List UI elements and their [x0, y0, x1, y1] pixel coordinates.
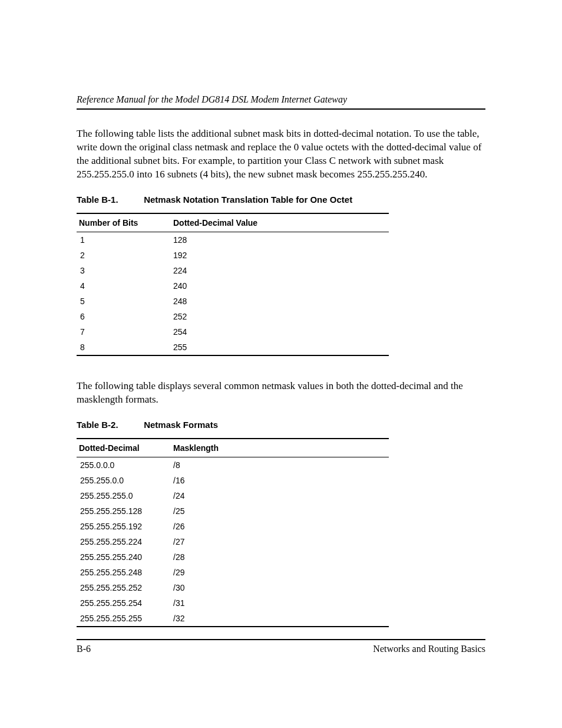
- table-row: 255.0.0.0/8: [77, 457, 389, 473]
- table-cell: /24: [171, 488, 389, 503]
- table-cell: 255.255.255.252: [77, 580, 171, 595]
- table-cell: 255.255.255.192: [77, 519, 171, 534]
- table-cell: 255.255.255.0: [77, 488, 171, 503]
- table-row: 255.255.255.240/28: [77, 549, 389, 565]
- table-cell: 128: [171, 232, 389, 248]
- table-b2-caption-title: Netmask Formats: [144, 420, 218, 430]
- table-b2-caption: Table B-2. Netmask Formats: [77, 420, 485, 430]
- table-cell: 255.255.0.0: [77, 473, 171, 488]
- table-cell: 255.255.255.254: [77, 595, 171, 611]
- table-cell: 255: [171, 340, 389, 355]
- table-cell: /16: [171, 473, 389, 488]
- table-cell: 8: [77, 340, 171, 355]
- table-header-cell: Dotted-Decimal: [77, 439, 171, 457]
- table-cell: 3: [77, 263, 171, 278]
- table-cell: /8: [171, 457, 389, 473]
- table-cell: 255.255.255.248: [77, 565, 171, 580]
- table-b1-caption-label: Table B-1.: [77, 195, 141, 205]
- table-b1-caption-title: Netmask Notation Translation Table for O…: [144, 195, 352, 205]
- section-name: Networks and Routing Basics: [373, 644, 485, 654]
- table-row: 255.255.255.0/24: [77, 488, 389, 503]
- table-row: 1128: [77, 232, 389, 248]
- table-header-cell: Masklength: [171, 439, 389, 457]
- table-cell: 255.255.255.240: [77, 549, 171, 565]
- intro-paragraph-2: The following table displays several com…: [77, 380, 485, 407]
- table-row: 255.255.255.192/26: [77, 519, 389, 534]
- table-b2: Dotted-Decimal Masklength 255.0.0.0/8255…: [77, 438, 389, 627]
- table-row: 2192: [77, 248, 389, 263]
- table-cell: 192: [171, 248, 389, 263]
- table-row: 6252: [77, 309, 389, 324]
- table-cell: 5: [77, 294, 171, 309]
- table-cell: 6: [77, 309, 171, 324]
- table-cell: /27: [171, 534, 389, 549]
- table-row: 3224: [77, 263, 389, 278]
- table-cell: 1: [77, 232, 171, 248]
- table-row: Number of Bits Dotted-Decimal Value: [77, 213, 389, 232]
- table-cell: 224: [171, 263, 389, 278]
- table-cell: 240: [171, 278, 389, 294]
- table-cell: /32: [171, 611, 389, 627]
- table-row: 255.255.255.255/32: [77, 611, 389, 627]
- table-row: 8255: [77, 340, 389, 355]
- table-cell: /26: [171, 519, 389, 534]
- table-row: 255.255.255.252/30: [77, 580, 389, 595]
- table-b1-caption: Table B-1. Netmask Notation Translation …: [77, 195, 485, 205]
- table-row: 255.255.255.248/29: [77, 565, 389, 580]
- table-cell: 255.255.255.224: [77, 534, 171, 549]
- page-number: B-6: [77, 644, 91, 654]
- table-cell: /28: [171, 549, 389, 565]
- table-b2-caption-label: Table B-2.: [77, 420, 141, 430]
- table-row: 255.255.255.128/25: [77, 503, 389, 519]
- table-row: 255.255.255.224/27: [77, 534, 389, 549]
- table-row: 7254: [77, 324, 389, 340]
- table-header-cell: Dotted-Decimal Value: [171, 213, 389, 232]
- table-row: Dotted-Decimal Masklength: [77, 439, 389, 457]
- table-b1: Number of Bits Dotted-Decimal Value 1128…: [77, 213, 389, 356]
- doc-header-title: Reference Manual for the Model DG814 DSL…: [77, 94, 485, 110]
- table-header-cell: Number of Bits: [77, 213, 171, 232]
- table-cell: /31: [171, 595, 389, 611]
- table-cell: 255.255.255.255: [77, 611, 171, 627]
- table-cell: 7: [77, 324, 171, 340]
- intro-paragraph-1: The following table lists the additional…: [77, 127, 485, 182]
- page-footer: B-6 Networks and Routing Basics: [77, 639, 485, 654]
- table-cell: 4: [77, 278, 171, 294]
- table-row: 255.255.255.254/31: [77, 595, 389, 611]
- table-cell: 252: [171, 309, 389, 324]
- table-cell: 255.255.255.128: [77, 503, 171, 519]
- table-row: 4240: [77, 278, 389, 294]
- table-cell: 255.0.0.0: [77, 457, 171, 473]
- table-row: 255.255.0.0/16: [77, 473, 389, 488]
- table-cell: /25: [171, 503, 389, 519]
- table-cell: 248: [171, 294, 389, 309]
- table-cell: /29: [171, 565, 389, 580]
- table-cell: 254: [171, 324, 389, 340]
- table-cell: 2: [77, 248, 171, 263]
- table-row: 5248: [77, 294, 389, 309]
- table-cell: /30: [171, 580, 389, 595]
